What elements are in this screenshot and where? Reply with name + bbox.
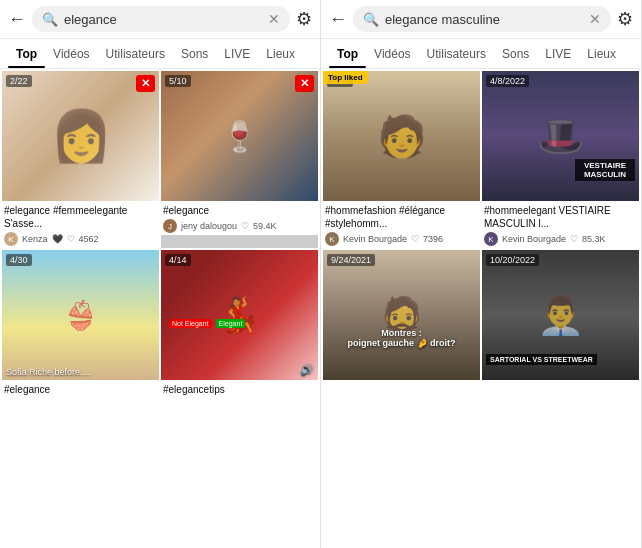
right-filter-button[interactable]: ⚙ (617, 8, 633, 30)
right-card-3-montres: Montres :poignet gauche 🤌 droit? (348, 328, 456, 348)
right-panel: ← 🔍 elegance masculine ✕ ⚙ Top Vidéos Ut… (321, 0, 642, 548)
left-card-1-avatar: K (4, 232, 18, 246)
left-card-1-meta: K Kenza 🖤 ♡ 4562 (4, 232, 157, 246)
left-card-4[interactable]: 💃 4/14 Not Elegant Elegant 🔊 #eleganceti… (161, 250, 318, 400)
right-card-2[interactable]: 🎩 4/8/2022 VESTIAIRE MASCULIN #hommeeleg… (482, 71, 639, 248)
right-card-2-author: Kevin Bourgade (502, 234, 566, 244)
left-search-bar: ← 🔍 elegance ✕ ⚙ (0, 0, 320, 39)
left-back-button[interactable]: ← (8, 9, 26, 30)
right-card-1-meta: K Kevin Bourgade ♡ 7396 (325, 232, 478, 246)
left-search-icon: 🔍 (42, 12, 58, 27)
right-clear-button[interactable]: ✕ (589, 11, 601, 27)
left-card-3-label: Sofia Riche before.... (6, 367, 155, 377)
right-card-2-meta: K Kevin Bourgade ♡ 85.3K (484, 232, 637, 246)
right-tab-top[interactable]: Top (329, 39, 366, 68)
right-card-1-title: #hommefashion #élégance #stylehomm... (325, 204, 478, 230)
right-card-4-counter: 10/20/2022 (486, 254, 539, 266)
left-card-3-counter: 4/30 (6, 254, 32, 266)
right-search-input-wrap[interactable]: 🔍 elegance masculine ✕ (353, 6, 611, 32)
left-card-1-info: #elegance #femmeelegante S'asse... K Ken… (2, 201, 159, 248)
right-tab-sons[interactable]: Sons (494, 39, 537, 68)
right-tabs: Top Vidéos Utilisateurs Sons LIVE Lieux (321, 39, 641, 69)
left-card-3-title: #elegance (4, 383, 157, 396)
left-card-4-badges: Not Elegant Elegant (169, 319, 245, 328)
left-card-2[interactable]: 🍷 5/10 ✕ #elegance J jeny dalougou ♡ 59.… (161, 71, 318, 248)
left-tab-lieux[interactable]: Lieux (258, 39, 303, 68)
right-tab-utilisateurs[interactable]: Utilisateurs (419, 39, 494, 68)
left-card-2-heart: ♡ (241, 221, 249, 231)
right-card-2-likes: 85.3K (582, 234, 606, 244)
left-card-3[interactable]: 👙 4/30 Sofia Riche before.... #elegance (2, 250, 159, 400)
right-card-1-heart: ♡ (411, 234, 419, 244)
left-filter-button[interactable]: ⚙ (296, 8, 312, 30)
right-card-1-likes: 7396 (423, 234, 443, 244)
right-search-bar: ← 🔍 elegance masculine ✕ ⚙ (321, 0, 641, 39)
right-card-1-badge: Top liked (323, 71, 368, 84)
right-card-1-avatar: K (325, 232, 339, 246)
left-card-2-likes: 59.4K (253, 221, 277, 231)
left-tabs: Top Vidéos Utilisateurs Sons LIVE Lieux (0, 39, 320, 69)
right-card-2-counter: 4/8/2022 (486, 75, 529, 87)
left-tab-videos[interactable]: Vidéos (45, 39, 97, 68)
left-card-2-counter: 5/10 (165, 75, 191, 87)
right-card-2-info: #hommeelegant VESTIAIRE MASCULIN l... K … (482, 201, 639, 248)
right-card-4-sartorial: SARTORIAL VS STREETWEAR (486, 354, 597, 365)
right-card-3[interactable]: 🧔 9/24/2021 Montres :poignet gauche 🤌 dr… (323, 250, 480, 385)
right-card-1[interactable]: 🧑 2/22 Top liked #hommefashion #élégance… (323, 71, 480, 248)
left-card-1-counter: 2/22 (6, 75, 32, 87)
left-card-4-info: #elegancetips (161, 380, 318, 400)
left-search-input-wrap[interactable]: 🔍 elegance ✕ (32, 6, 290, 32)
right-card-2-title: #hommeelegant VESTIAIRE MASCULIN l... (484, 204, 637, 230)
left-panel: ← 🔍 elegance ✕ ⚙ Top Vidéos Utilisateurs… (0, 0, 321, 548)
right-card-2-avatar: K (484, 232, 498, 246)
right-card-1-info: #hommefashion #élégance #stylehomm... K … (323, 201, 480, 248)
right-content: 🧑 2/22 Top liked #hommefashion #élégance… (321, 69, 641, 548)
right-search-icon: 🔍 (363, 12, 379, 27)
left-card-1-emoji: 🖤 (52, 234, 63, 244)
right-card-3-info (323, 380, 480, 385)
right-card-1-author: Kevin Bourgade (343, 234, 407, 244)
right-tab-live[interactable]: LIVE (537, 39, 579, 68)
right-grid: 🧑 2/22 Top liked #hommefashion #élégance… (321, 69, 641, 387)
left-card-2-title: #elegance (163, 204, 316, 217)
left-tab-top[interactable]: Top (8, 39, 45, 68)
left-clear-button[interactable]: ✕ (268, 11, 280, 27)
left-tab-utilisateurs[interactable]: Utilisateurs (98, 39, 173, 68)
left-card-2-meta: J jeny dalougou ♡ 59.4K (163, 219, 316, 233)
right-tab-videos[interactable]: Vidéos (366, 39, 418, 68)
elegant-badge: Elegant (216, 319, 246, 328)
left-card-1-heart: ♡ (67, 234, 75, 244)
left-card-1-likes: 4562 (79, 234, 99, 244)
left-search-query: elegance (64, 12, 262, 27)
left-card-2-avatar: J (163, 219, 177, 233)
left-card-2-x: ✕ (295, 75, 314, 92)
left-card-4-sound: 🔊 (300, 363, 314, 376)
left-card-3-info: #elegance (2, 380, 159, 400)
left-card-2-author: jeny dalougou (181, 221, 237, 231)
left-card-4-counter: 4/14 (165, 254, 191, 266)
left-tab-live[interactable]: LIVE (216, 39, 258, 68)
right-back-button[interactable]: ← (329, 9, 347, 30)
left-content: 👩 2/22 ✕ #elegance #femmeelegante S'asse… (0, 69, 320, 548)
right-card-2-heart: ♡ (570, 234, 578, 244)
right-tab-lieux[interactable]: Lieux (579, 39, 624, 68)
right-card-4-info (482, 380, 639, 385)
left-card-1-x: ✕ (136, 75, 155, 92)
left-card-4-title: #elegancetips (163, 383, 316, 396)
not-elegant-badge: Not Elegant (169, 319, 212, 328)
right-card-2-brand: VESTIAIRE MASCULIN (575, 159, 635, 181)
right-card-3-counter: 9/24/2021 (327, 254, 375, 266)
left-grid: 👩 2/22 ✕ #elegance #femmeelegante S'asse… (0, 69, 320, 402)
left-tab-sons[interactable]: Sons (173, 39, 216, 68)
right-card-4[interactable]: 👨‍💼 10/20/2022 SARTORIAL VS STREETWEAR (482, 250, 639, 385)
left-card-2-info: #elegance J jeny dalougou ♡ 59.4K (161, 201, 318, 235)
left-card-1-title: #elegance #femmeelegante S'asse... (4, 204, 157, 230)
right-search-query: elegance masculine (385, 12, 583, 27)
left-card-1[interactable]: 👩 2/22 ✕ #elegance #femmeelegante S'asse… (2, 71, 159, 248)
left-card-1-author: Kenza (22, 234, 48, 244)
